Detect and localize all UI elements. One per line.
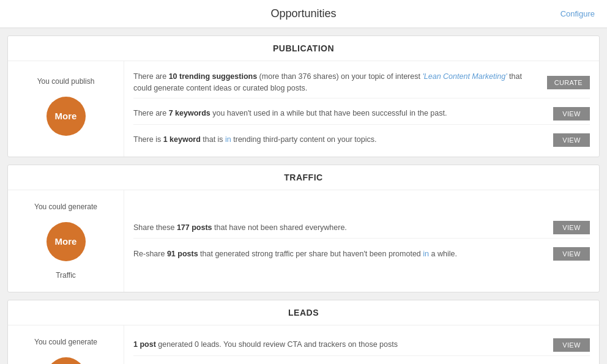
more-circle-traffic[interactable]: More [47, 222, 86, 261]
section-body-traffic: You could generateMoreTrafficShare these… [8, 190, 599, 292]
section-header-leads: LEADS [8, 300, 599, 325]
section-header-traffic: TRAFFIC [8, 165, 599, 190]
left-bottom-label: Traffic [56, 271, 76, 280]
left-panel-publication: You could publishMore [8, 61, 124, 157]
row-text: 1 post generated 0 leads. You should rev… [133, 339, 547, 351]
left-panel-traffic: You could generateMoreTraffic [8, 190, 124, 292]
section-traffic: TRAFFICYou could generateMoreTrafficShar… [7, 165, 600, 292]
action-button-publication-0[interactable]: CURATE [547, 76, 590, 89]
right-panel-traffic: Share these 177 posts that have not been… [124, 190, 599, 292]
section-body-publication: You could publishMoreThere are 10 trendi… [8, 61, 599, 157]
table-row: There are 7 keywords you haven't used in… [133, 103, 590, 125]
section-publication: PUBLICATIONYou could publishMoreThere ar… [7, 35, 600, 157]
row-text: Share these 177 posts that have not been… [133, 222, 547, 234]
right-panel-publication: There are 10 trending suggestions (more … [124, 61, 599, 157]
more-circle-leads[interactable]: More [47, 357, 86, 365]
row-text: There are 7 keywords you haven't used in… [133, 108, 547, 119]
section-body-leads: You could generateMoreLeads1 post genera… [8, 325, 599, 365]
action-button-traffic-0[interactable]: VIEW [553, 221, 590, 234]
action-button-traffic-1[interactable]: VIEW [553, 247, 590, 261]
page-title: Opportunities [270, 7, 336, 20]
section-header-publication: PUBLICATION [8, 36, 599, 61]
row-text: Re-share 91 posts that generated strong … [133, 248, 547, 260]
top-bar: Opportunities Configure [0, 0, 607, 28]
table-row: 1 post generated 0 leads. You should rev… [133, 335, 590, 356]
row-text: There is 1 keyword that is in trending t… [133, 134, 547, 146]
right-panel-leads: 1 post generated 0 leads. You should rev… [124, 325, 599, 365]
page-wrapper: Opportunities Configure PUBLICATIONYou c… [0, 0, 607, 364]
left-top-label: You could publish [37, 77, 95, 86]
table-row: These 44 posts still generate significan… [133, 361, 590, 364]
table-row: There is 1 keyword that is in trending t… [133, 130, 590, 150]
more-circle-publication[interactable]: More [47, 97, 86, 136]
section-leads: LEADSYou could generateMoreLeads1 post g… [7, 300, 600, 365]
table-row: Re-share 91 posts that generated strong … [133, 243, 590, 264]
sections-container: PUBLICATIONYou could publishMoreThere ar… [0, 35, 607, 364]
action-button-publication-1[interactable]: VIEW [553, 107, 590, 121]
left-top-label: You could generate [34, 202, 97, 211]
action-button-leads-0[interactable]: VIEW [553, 338, 590, 352]
left-top-label: You could generate [34, 338, 97, 346]
action-button-publication-2[interactable]: VIEW [553, 133, 590, 147]
table-row: There are 10 trending suggestions (more … [133, 67, 590, 98]
left-panel-leads: You could generateMoreLeads [8, 325, 124, 365]
table-row: Share these 177 posts that have not been… [133, 217, 590, 239]
configure-link[interactable]: Configure [560, 9, 595, 18]
row-text: There are 10 trending suggestions (more … [133, 71, 541, 94]
